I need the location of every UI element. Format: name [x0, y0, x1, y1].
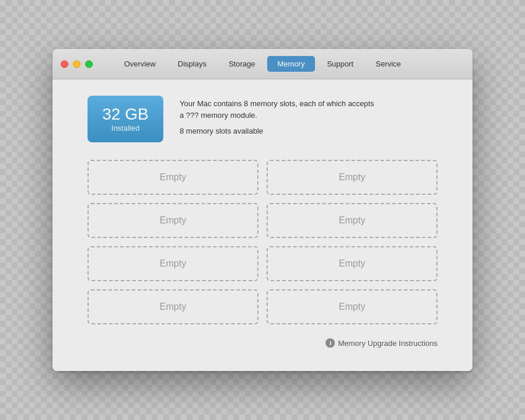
memory-upgrade-link[interactable]: i Memory Upgrade Instructions — [326, 338, 438, 348]
memory-installed-label: Installed — [111, 124, 139, 132]
info-icon: i — [326, 338, 335, 348]
slot-7-label: Empty — [160, 302, 186, 312]
slot-8-label: Empty — [339, 302, 365, 312]
memory-slot-5: Empty — [88, 246, 258, 281]
upgrade-link-text: Memory Upgrade Instructions — [338, 339, 438, 348]
memory-slot-6: Empty — [267, 246, 438, 281]
tab-bar: Overview Displays Storage Memory Support… — [61, 56, 464, 72]
content-area: 32 GB Installed Your Mac contains 8 memo… — [52, 79, 473, 371]
tab-service[interactable]: Service — [365, 56, 411, 72]
maximize-button[interactable] — [85, 60, 93, 68]
memory-slot-2: Empty — [267, 160, 438, 195]
memory-description: Your Mac contains 8 memory slots, each o… — [180, 98, 374, 121]
slots-available-text: 8 memory slots available — [180, 127, 374, 135]
slot-3-label: Empty — [160, 215, 186, 226]
tab-memory[interactable]: Memory — [267, 56, 316, 72]
slot-4-label: Empty — [339, 215, 365, 226]
top-section: 32 GB Installed Your Mac contains 8 memo… — [88, 96, 438, 142]
memory-slot-7: Empty — [88, 289, 258, 324]
footer: i Memory Upgrade Instructions — [88, 338, 438, 348]
tab-displays[interactable]: Displays — [167, 56, 217, 72]
minimize-button[interactable] — [73, 60, 80, 68]
close-button[interactable] — [61, 60, 68, 68]
memory-info: Your Mac contains 8 memory slots, each o… — [180, 96, 374, 135]
tab-support[interactable]: Support — [316, 56, 364, 72]
traffic-lights — [61, 60, 93, 68]
memory-slot-4: Empty — [267, 203, 438, 238]
memory-slots-grid: Empty Empty Empty Empty Empty Empty Empt… — [88, 160, 438, 324]
memory-slot-1: Empty — [88, 160, 258, 195]
tab-overview[interactable]: Overview — [114, 56, 166, 72]
slot-1-label: Empty — [160, 172, 186, 183]
slot-5-label: Empty — [160, 258, 186, 269]
memory-slot-8: Empty — [267, 289, 438, 324]
tab-storage[interactable]: Storage — [218, 56, 266, 72]
slot-2-label: Empty — [339, 172, 365, 183]
memory-slot-3: Empty — [88, 203, 258, 238]
memory-badge: 32 GB Installed — [88, 96, 163, 142]
slot-6-label: Empty — [339, 258, 365, 269]
titlebar: Overview Displays Storage Memory Support… — [52, 49, 473, 79]
memory-size: 32 GB — [102, 106, 148, 124]
main-window: Overview Displays Storage Memory Support… — [52, 49, 473, 371]
